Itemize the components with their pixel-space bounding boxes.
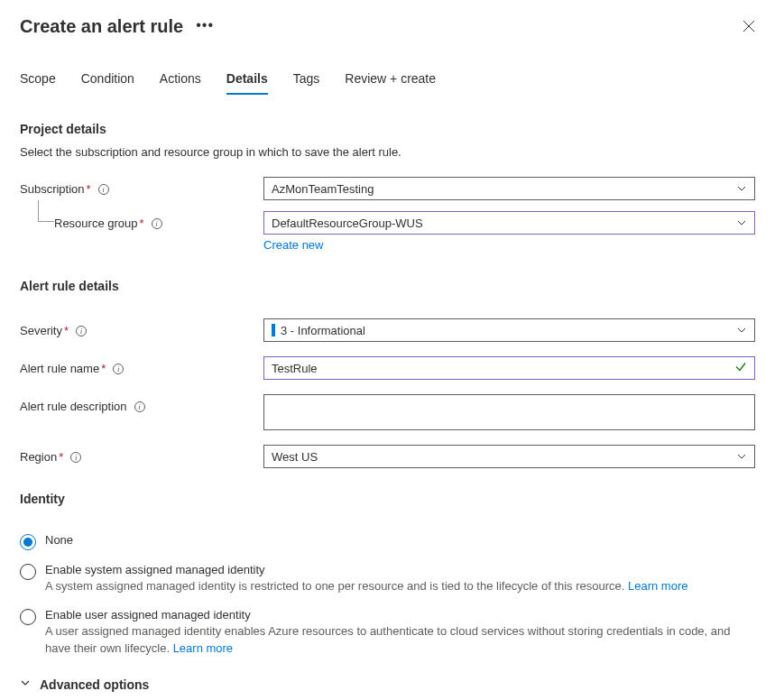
info-icon[interactable]: i	[113, 364, 124, 374]
tab-review-create[interactable]: Review + create	[345, 71, 436, 95]
resource-group-value: DefaultResourceGroup-WUS	[272, 216, 423, 230]
resource-group-select[interactable]: DefaultResourceGroup-WUS	[263, 211, 755, 235]
more-actions-button[interactable]: •••	[196, 18, 214, 32]
severity-select[interactable]: 3 - Informational	[263, 318, 755, 342]
identity-none-radio[interactable]	[20, 534, 36, 550]
info-icon[interactable]: i	[76, 326, 87, 336]
tab-scope[interactable]: Scope	[20, 71, 56, 95]
identity-system-desc: A system assigned managed identity is re…	[45, 578, 755, 595]
subscription-value: AzMonTeamTesting	[272, 182, 374, 196]
section-title-project: Project details	[20, 122, 755, 136]
region-label: Region	[20, 450, 57, 464]
resource-group-label: Resource group	[54, 216, 138, 230]
identity-system-radio[interactable]	[20, 564, 36, 580]
tab-bar: Scope Condition Actions Details Tags Rev…	[20, 71, 755, 95]
severity-color-marker	[272, 324, 275, 336]
tab-tags[interactable]: Tags	[293, 71, 320, 95]
alert-rule-name-value: TestRule	[272, 362, 318, 375]
create-new-link[interactable]: Create new	[263, 238, 323, 252]
alert-rule-description-input[interactable]	[263, 394, 755, 430]
chevron-down-icon	[736, 183, 747, 194]
required-marker: *	[64, 324, 69, 337]
chevron-down-icon	[736, 451, 747, 462]
region-select[interactable]: West US	[263, 445, 755, 468]
section-title-identity: Identity	[20, 492, 755, 506]
severity-label: Severity	[20, 324, 62, 337]
tab-details[interactable]: Details	[226, 71, 268, 95]
section-subtitle-project: Select the subscription and resource gro…	[20, 145, 755, 159]
required-marker: *	[140, 216, 144, 230]
info-icon[interactable]: i	[98, 184, 109, 195]
advanced-options-label: Advanced options	[40, 677, 149, 692]
identity-system-label: Enable system assigned managed identity	[45, 563, 755, 576]
section-title-details: Alert rule details	[20, 279, 755, 293]
alert-rule-name-label: Alert rule name	[20, 362, 99, 375]
chevron-down-icon	[736, 217, 747, 228]
identity-none-label: None	[45, 533, 755, 547]
alert-rule-name-input[interactable]: TestRule	[263, 356, 755, 380]
info-icon[interactable]: i	[134, 401, 145, 412]
page-title: Create an alert rule	[20, 16, 183, 37]
learn-more-link[interactable]: Learn more	[173, 641, 233, 655]
tab-condition[interactable]: Condition	[81, 71, 134, 95]
check-icon	[734, 361, 747, 376]
identity-user-radio[interactable]	[20, 609, 36, 625]
close-icon	[743, 20, 755, 32]
identity-user-label: Enable user assigned managed identity	[45, 608, 755, 622]
hierarchy-line	[38, 200, 54, 222]
subscription-select[interactable]: AzMonTeamTesting	[263, 177, 755, 200]
info-icon[interactable]: i	[70, 452, 81, 463]
subscription-label: Subscription	[20, 182, 85, 196]
chevron-down-icon	[736, 325, 747, 336]
close-button[interactable]	[743, 19, 755, 35]
region-value: West US	[272, 450, 318, 464]
identity-user-desc: A user assigned managed identity enables…	[45, 623, 755, 658]
severity-value: 3 - Informational	[281, 324, 365, 337]
chevron-down-icon	[20, 677, 31, 691]
alert-rule-description-label: Alert rule description	[20, 400, 127, 413]
advanced-options-toggle[interactable]: Advanced options	[20, 677, 755, 692]
required-marker: *	[101, 362, 106, 375]
tab-actions[interactable]: Actions	[160, 71, 201, 95]
required-marker: *	[59, 450, 63, 464]
required-marker: *	[87, 182, 91, 196]
learn-more-link[interactable]: Learn more	[628, 579, 687, 593]
info-icon[interactable]: i	[152, 218, 162, 229]
